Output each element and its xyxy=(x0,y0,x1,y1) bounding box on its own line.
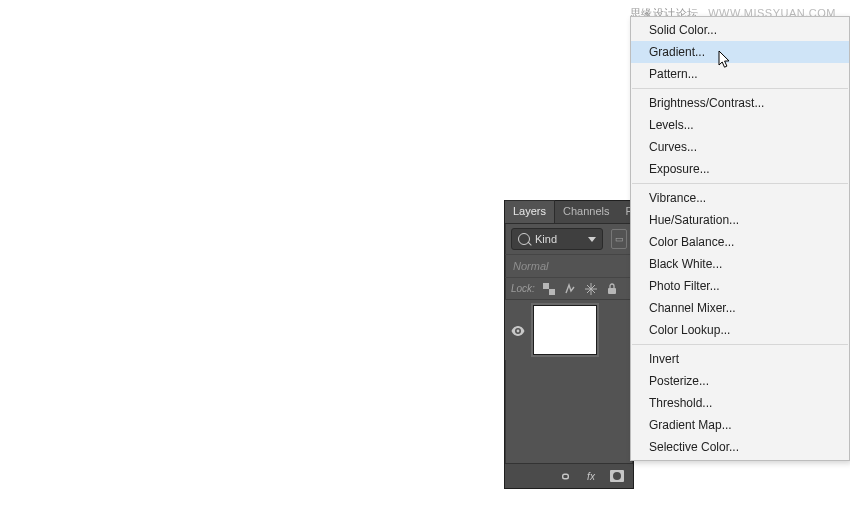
filter-kind-dropdown[interactable]: Kind xyxy=(511,228,603,250)
search-icon xyxy=(518,233,530,245)
menu-separator xyxy=(632,183,848,184)
lock-pixels-icon[interactable] xyxy=(564,282,577,295)
layers-panel: Layers Channels P Kind ▭ Normal Lock: fx xyxy=(504,200,634,489)
menu-item-hue-saturation[interactable]: Hue/Saturation... xyxy=(631,209,849,231)
layers-list xyxy=(505,300,633,360)
menu-item-color-lookup[interactable]: Color Lookup... xyxy=(631,319,849,341)
svg-rect-2 xyxy=(608,288,616,294)
panel-tabs: Layers Channels P xyxy=(505,201,633,224)
layer-fx-icon[interactable]: fx xyxy=(583,468,599,484)
menu-item-invert[interactable]: Invert xyxy=(631,348,849,370)
tab-channels[interactable]: Channels xyxy=(555,201,617,223)
add-mask-icon[interactable] xyxy=(609,468,625,484)
menu-item-exposure[interactable]: Exposure... xyxy=(631,158,849,180)
adjustment-layer-menu: Solid Color...Gradient...Pattern...Brigh… xyxy=(630,16,850,461)
chevron-down-icon xyxy=(588,237,596,242)
menu-item-solid-color[interactable]: Solid Color... xyxy=(631,19,849,41)
filter-kind-label: Kind xyxy=(535,233,557,245)
svg-rect-0 xyxy=(543,283,549,289)
blend-mode-value: Normal xyxy=(513,260,548,272)
visibility-eye-icon[interactable] xyxy=(511,325,525,335)
link-layers-icon[interactable] xyxy=(557,468,573,484)
svg-point-3 xyxy=(517,330,520,333)
menu-item-brightness-contrast[interactable]: Brightness/Contrast... xyxy=(631,92,849,114)
lock-row: Lock: xyxy=(505,278,633,300)
menu-item-gradient-map[interactable]: Gradient Map... xyxy=(631,414,849,436)
blend-mode-dropdown[interactable]: Normal xyxy=(505,255,633,278)
lock-position-icon[interactable] xyxy=(585,282,598,295)
menu-item-color-balance[interactable]: Color Balance... xyxy=(631,231,849,253)
menu-item-levels[interactable]: Levels... xyxy=(631,114,849,136)
menu-separator xyxy=(632,88,848,89)
menu-separator xyxy=(632,344,848,345)
menu-item-selective-color[interactable]: Selective Color... xyxy=(631,436,849,458)
filter-row: Kind ▭ xyxy=(505,224,633,255)
lock-label: Lock: xyxy=(511,283,535,294)
lock-all-icon[interactable] xyxy=(606,282,619,295)
layer-row[interactable] xyxy=(505,300,633,360)
menu-item-vibrance[interactable]: Vibrance... xyxy=(631,187,849,209)
menu-item-posterize[interactable]: Posterize... xyxy=(631,370,849,392)
tab-layers[interactable]: Layers xyxy=(505,200,555,223)
lock-transparency-icon[interactable] xyxy=(543,282,556,295)
layer-thumbnail[interactable] xyxy=(533,305,597,355)
svg-rect-1 xyxy=(549,289,555,295)
filter-type-button[interactable]: ▭ xyxy=(611,229,627,249)
menu-item-gradient[interactable]: Gradient... xyxy=(631,41,849,63)
menu-item-threshold[interactable]: Threshold... xyxy=(631,392,849,414)
menu-item-curves[interactable]: Curves... xyxy=(631,136,849,158)
menu-item-channel-mixer[interactable]: Channel Mixer... xyxy=(631,297,849,319)
menu-item-photo-filter[interactable]: Photo Filter... xyxy=(631,275,849,297)
panel-footer: fx xyxy=(505,463,633,488)
menu-item-black-white[interactable]: Black White... xyxy=(631,253,849,275)
menu-item-pattern[interactable]: Pattern... xyxy=(631,63,849,85)
